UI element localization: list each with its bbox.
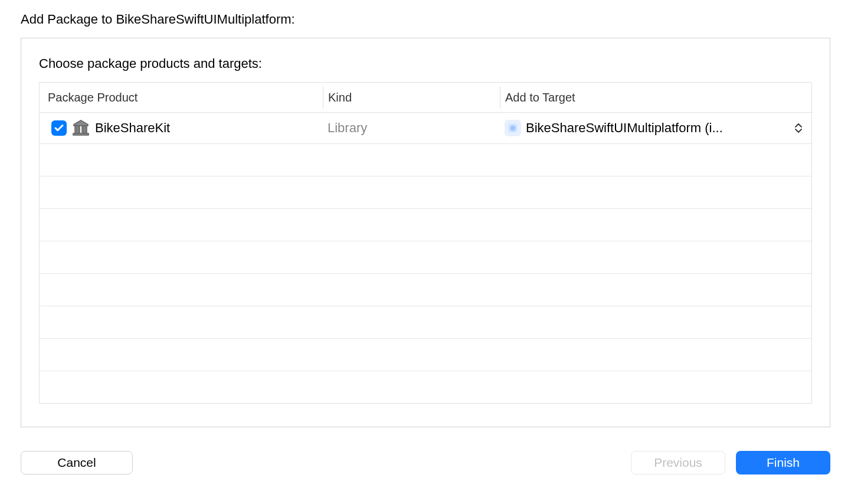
finish-button[interactable]: Finish bbox=[736, 451, 830, 474]
table-row-empty bbox=[40, 209, 811, 241]
product-checkbox[interactable] bbox=[51, 120, 67, 136]
svg-rect-2 bbox=[82, 126, 84, 133]
kind-cell: Library bbox=[323, 120, 500, 136]
product-cell: BikeShareKit bbox=[40, 119, 323, 138]
target-cell[interactable]: BikeShareSwiftUIMultiplatform (i... bbox=[500, 120, 811, 136]
table-row[interactable]: BikeShareKit Library BikeShareSwiftUIMul… bbox=[40, 113, 811, 144]
header-label-target: Add to Target bbox=[505, 91, 575, 104]
product-name: BikeShareKit bbox=[95, 120, 170, 136]
button-bar: Cancel Previous Finish bbox=[21, 427, 830, 474]
chevron-up-down-icon bbox=[794, 122, 803, 135]
main-panel: Choose package products and targets: Pac… bbox=[21, 38, 830, 427]
svg-rect-4 bbox=[73, 133, 89, 135]
table-row-empty bbox=[40, 144, 811, 176]
table-row-empty bbox=[40, 274, 811, 306]
table-header: Package Product Kind Add to Target bbox=[40, 82, 811, 113]
svg-rect-3 bbox=[85, 126, 87, 133]
table-row-empty bbox=[40, 306, 811, 339]
header-label-kind: Kind bbox=[328, 91, 352, 104]
column-header-kind[interactable]: Kind bbox=[323, 86, 500, 109]
cancel-button[interactable]: Cancel bbox=[21, 451, 133, 474]
app-target-icon bbox=[505, 120, 521, 136]
svg-rect-1 bbox=[78, 126, 80, 133]
table-row-empty bbox=[40, 241, 811, 274]
target-label: BikeShareSwiftUIMultiplatform (i... bbox=[526, 120, 789, 136]
svg-rect-0 bbox=[75, 126, 77, 133]
button-bar-right: Previous Finish bbox=[631, 451, 830, 474]
table-row-empty bbox=[40, 371, 811, 404]
dialog-title: Add Package to BikeShareSwiftUIMultiplat… bbox=[21, 12, 830, 27]
table-row-empty bbox=[40, 339, 811, 371]
panel-subtitle: Choose package products and targets: bbox=[39, 56, 812, 71]
header-label-product: Package Product bbox=[48, 91, 138, 104]
table-row-empty bbox=[40, 176, 811, 209]
products-table: Package Product Kind Add to Target bbox=[39, 82, 812, 404]
previous-button[interactable]: Previous bbox=[631, 451, 725, 474]
column-header-product[interactable]: Package Product bbox=[40, 91, 323, 104]
column-header-target[interactable]: Add to Target bbox=[500, 86, 811, 109]
library-icon bbox=[71, 119, 90, 138]
svg-point-6 bbox=[510, 126, 516, 131]
